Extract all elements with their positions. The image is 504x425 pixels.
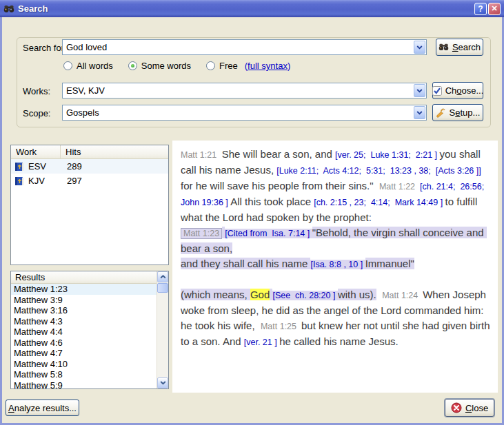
cross-reference-link[interactable]: [Cited from Isa. 7:14 ] [225,229,312,238]
setup-button-label: Setup... [450,107,481,118]
verse-text [376,289,382,300]
scope-label: Scope: [23,108,50,118]
checkmark-icon [432,86,442,96]
verse-text: for he will save his people from their s… [181,180,379,191]
binoculars-icon [439,42,449,52]
work-column-header[interactable]: Work [11,145,61,158]
search-button[interactable]: Search [436,39,483,56]
result-item[interactable]: Matthew 4:3 [11,316,157,327]
cross-reference-link[interactable]: [See ch. 28:20 ] [272,291,338,300]
highlighted-verse-text: (which means, [181,289,250,300]
chevron-down-icon[interactable] [414,106,425,119]
cross-reference-link[interactable]: [ch. 2:15 , 23; 4:14; Mark 14:49 ] [314,198,445,207]
binoculars-icon [3,3,14,14]
search-dialog: Search ? ✕ Search for: God loved Search [0,0,504,425]
result-item[interactable]: Matthew 1:23 [11,284,157,295]
results-header[interactable]: Results [11,271,157,284]
works-label: Works: [23,86,50,96]
highlighted-verse-text: Immanuel" [365,258,414,269]
work-name: ESV [28,161,59,172]
work-row[interactable]: KJV297 [11,174,168,188]
verse-tag-selected: Matt 1:23 [181,228,222,239]
full-syntax-wrap: (full syntax) [245,61,291,71]
close-button-label: Close [465,403,488,413]
window-border-left [0,17,2,425]
result-item[interactable]: Matthew 4:6 [11,338,157,349]
results-panel: Results Matthew 1:23Matthew 3:9Matthew 3… [10,271,169,389]
close-button[interactable]: Close [445,399,494,417]
radio-circle[interactable] [206,61,215,70]
result-item[interactable]: Matthew 4:7 [11,348,157,359]
search-hit-highlight: God [250,289,270,300]
book-icon [14,176,24,186]
verse-text: She will bear a son, and [219,148,335,160]
cross-reference-link[interactable]: [Isa. 8:8 , 10 ] [310,260,365,269]
works-select[interactable]: ESV, KJV [62,83,427,99]
verse-tag: Matt 1:25 [261,322,301,331]
verse-text-pane[interactable]: Matt 1:21 She will bear a son, and [ver.… [172,141,498,393]
scroll-down-icon[interactable] [157,377,168,388]
chevron-down-icon[interactable] [414,84,425,97]
highlighted-verse-text: and they shall call his name [181,258,310,269]
search-for-label: Search for: [23,43,67,53]
result-item[interactable]: Matthew 4:4 [11,326,157,338]
wrench-icon [436,107,446,118]
setup-button[interactable]: Setup... [432,104,483,121]
cross-reference-link[interactable]: [ver. 21 ] [244,338,279,347]
works-hits-table: Work Hits ESV289KJV297 [10,145,169,265]
verse-tag: Matt 1:21 [181,150,219,160]
verse-tag: Matt 1:22 [379,182,420,191]
result-item[interactable]: Matthew 3:9 [11,295,157,306]
scope-select-value: Gospels [63,107,413,118]
book-icon [14,162,24,172]
radio-circle[interactable] [63,61,72,70]
search-button-label: Search [452,42,481,52]
radio-label: All words [77,61,113,71]
verse-text: he called his name Jesus. [279,335,399,347]
search-input-value: God loved [63,42,413,52]
hits-column-header[interactable]: Hits [61,145,168,158]
radio-label: Free [219,61,238,71]
search-input[interactable]: God loved [62,39,427,55]
help-icon[interactable]: ? [474,3,487,15]
works-table-header: Work Hits [11,145,168,159]
results-list: Matthew 1:23Matthew 3:9Matthew 3:16Matth… [11,284,157,388]
full-syntax-link[interactable]: full syntax [248,61,288,71]
cross-reference-link[interactable]: [Luke 2:11; Acts 4:12; 5:31; 13:23 , 38;… [276,166,483,176]
work-name: KJV [28,176,59,186]
result-item[interactable]: Matthew 5:9 [11,380,157,389]
hits-count: 297 [59,176,82,186]
radio-circle[interactable] [128,61,137,70]
close-icon[interactable]: ✕ [488,3,501,15]
window-title: Search [18,3,473,14]
works-select-value: ESV, KJV [63,85,413,96]
scope-select[interactable]: Gospels [62,105,427,121]
verse-text: All this took place [230,196,314,207]
analyze-button-label: Analyze results... [8,403,77,413]
scroll-up-icon[interactable] [157,271,168,282]
result-item[interactable]: Matthew 4:10 [11,359,157,370]
analyze-results-button[interactable]: Analyze results... [6,400,79,416]
radio-some-words[interactable]: Some words [128,61,191,71]
radio-all-words[interactable]: All words [63,61,113,71]
highlighted-verse-text: with us). [338,289,376,300]
radio-free[interactable]: Free [206,61,238,71]
titlebar[interactable]: Search ? ✕ [0,0,504,17]
choose-button[interactable]: Choose... [432,82,483,99]
word-mode-radio-group: All wordsSome wordsFree(full syntax) [63,61,290,71]
works-table-body: ESV289KJV297 [11,159,168,188]
results-scrollbar[interactable] [157,271,168,388]
verse-paragraph: Matt 1:21 She will bear a son, and [ver.… [181,147,491,225]
radio-label: Some words [141,61,191,71]
verse-tag: Matt 1:24 [382,291,423,300]
chevron-down-icon[interactable] [414,41,425,54]
hits-count: 289 [59,161,82,172]
result-item[interactable]: Matthew 5:8 [11,369,157,380]
scrollbar-thumb[interactable] [157,283,168,293]
result-item[interactable]: Matthew 3:16 [11,305,157,316]
red-x-circle-icon [451,402,462,413]
work-row[interactable]: ESV289 [11,159,168,174]
cross-reference-link[interactable]: [ver. 25; Luke 1:31; 2:21 ] [335,150,440,160]
choose-button-label: Choose... [445,85,484,96]
verse-paragraph: Matt 1:23 [Cited from Isa. 7:14 ] "Behol… [181,225,491,272]
